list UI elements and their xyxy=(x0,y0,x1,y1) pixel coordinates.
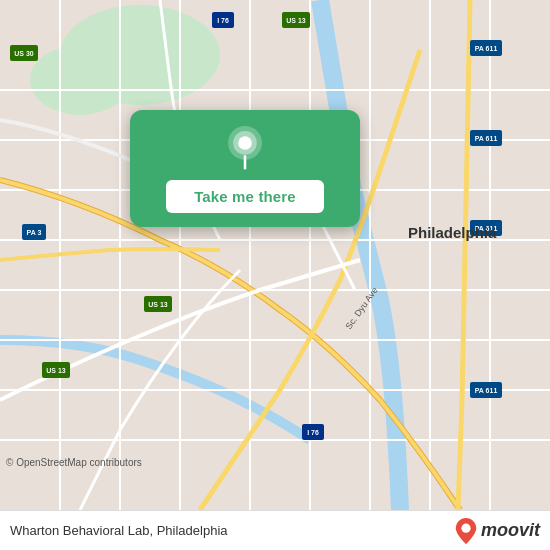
svg-point-45 xyxy=(461,523,470,532)
location-label: Wharton Behavioral Lab, Philadelphia xyxy=(10,523,228,538)
svg-text:PA 611: PA 611 xyxy=(475,45,498,52)
svg-text:I 76: I 76 xyxy=(307,429,319,436)
svg-text:US 13: US 13 xyxy=(148,301,168,308)
city-label: Philadelphia xyxy=(408,224,497,241)
svg-text:PA 3: PA 3 xyxy=(27,229,42,236)
pin-icon xyxy=(223,126,267,170)
svg-text:US 30: US 30 xyxy=(14,50,34,57)
moovit-pin-icon xyxy=(455,518,477,544)
svg-point-2 xyxy=(30,45,130,115)
moovit-text: moovit xyxy=(481,520,540,541)
svg-text:PA 611: PA 611 xyxy=(475,135,498,142)
map-container: I 76 I 76 US 13 US 30 US 13 US 13 PA 611… xyxy=(0,0,550,510)
moovit-logo: moovit xyxy=(455,518,540,544)
svg-point-44 xyxy=(238,136,252,150)
svg-text:I 76: I 76 xyxy=(217,17,229,24)
svg-text:US 13: US 13 xyxy=(46,367,66,374)
svg-text:PA 611: PA 611 xyxy=(475,387,498,394)
svg-text:US 13: US 13 xyxy=(286,17,306,24)
bottom-bar: Wharton Behavioral Lab, Philadelphia moo… xyxy=(0,510,550,550)
osm-credit: © OpenStreetMap contributors xyxy=(6,457,142,468)
take-me-there-button[interactable]: Take me there xyxy=(166,180,324,213)
location-card[interactable]: Take me there xyxy=(130,110,360,227)
